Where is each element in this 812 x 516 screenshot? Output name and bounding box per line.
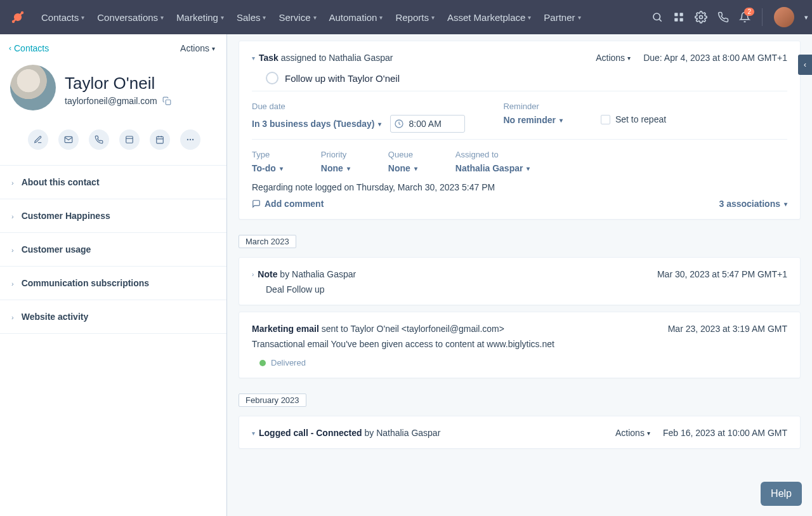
hubspot-logo-icon[interactable] (9, 8, 27, 26)
contact-actions-button[interactable]: Actions ▾ (180, 43, 215, 53)
reminder-select[interactable]: No reminder▾ (503, 115, 562, 125)
chevron-right-icon: › (11, 314, 14, 321)
assigned-label: Assigned to (455, 150, 530, 159)
contact-email: taylorfoneil@gmail.com (65, 96, 157, 106)
contact-avatar[interactable] (10, 65, 56, 110)
nav-asset-marketplace[interactable]: Asset Marketplace▾ (442, 8, 537, 27)
chevron-left-icon: ‹ (804, 60, 806, 69)
chevron-down-icon: ▾ (627, 55, 631, 62)
drawer-toggle[interactable]: ‹ (798, 55, 812, 75)
nav-conversations[interactable]: Conversations▾ (91, 8, 169, 27)
chevron-down-icon: ▾ (221, 14, 224, 21)
account-menu-chevron-icon[interactable]: ▾ (804, 13, 808, 22)
accordion-about[interactable]: › About this contact (0, 166, 226, 199)
queue-select[interactable]: None▾ (388, 163, 417, 173)
call-header: Logged call - Connected by Nathalia Gasp… (259, 428, 612, 438)
timeline-panel[interactable]: ▾ Task assigned to Nathalia Gaspar Actio… (227, 34, 812, 516)
search-icon[interactable] (652, 11, 663, 23)
compose-note-icon[interactable] (28, 129, 48, 150)
top-nav-right: 2 ▾ (652, 7, 808, 27)
accordion-communication[interactable]: › Communication subscriptions (0, 267, 226, 300)
assigned-select[interactable]: Nathalia Gaspar▾ (455, 163, 530, 173)
task-card: ▾ Task assigned to Nathalia Gaspar Actio… (239, 41, 801, 220)
nav-contacts[interactable]: Contacts▾ (36, 8, 90, 27)
task-header: Task assigned to Nathalia Gaspar (259, 53, 592, 63)
chevron-down-icon: ▾ (647, 430, 650, 437)
logged-call-card: ▾ Logged call - Connected by Nathalia Ga… (239, 416, 801, 449)
contact-accordion: › About this contact › Customer Happines… (0, 165, 226, 334)
copy-email-icon[interactable] (162, 96, 171, 105)
svg-rect-6 (674, 13, 678, 16)
nav-marketing[interactable]: Marketing▾ (171, 8, 230, 27)
make-call-icon[interactable] (89, 129, 109, 150)
task-title: Follow up with Taylor O'neil (285, 73, 400, 84)
svg-line-5 (659, 19, 661, 21)
accordion-usage[interactable]: › Customer usage (0, 233, 226, 267)
collapse-icon[interactable]: ▾ (252, 55, 255, 62)
task-due-heading: Due: Apr 4, 2023 at 8:00 AM GMT+1 (643, 53, 787, 63)
help-button[interactable]: Help (761, 482, 802, 506)
expand-icon[interactable]: › (252, 271, 254, 278)
chevron-down-icon: ▾ (263, 14, 266, 21)
chevron-right-icon: › (11, 213, 14, 220)
svg-point-16 (190, 139, 191, 140)
nav-sales[interactable]: Sales▾ (231, 8, 272, 27)
divider (252, 139, 787, 140)
priority-select[interactable]: None▾ (321, 163, 350, 173)
chevron-down-icon: ▾ (578, 14, 581, 21)
marketplace-icon[interactable] (673, 11, 684, 23)
chevron-down-icon: ▾ (81, 14, 84, 21)
due-date-label: Due date (252, 102, 465, 111)
send-email-icon[interactable] (58, 129, 79, 150)
notification-count: 2 (744, 8, 754, 16)
nav-separator (762, 8, 763, 26)
log-activity-icon[interactable] (119, 129, 140, 150)
note-header: Note by Nathalia Gaspar (258, 269, 645, 279)
accordion-happiness[interactable]: › Customer Happiness (0, 199, 226, 233)
left-panel: ‹ Contacts Actions ▾ Taylor O'neil taylo… (0, 34, 227, 516)
call-actions-button[interactable]: Actions ▾ (615, 428, 650, 438)
user-avatar[interactable] (774, 7, 794, 27)
more-actions-icon[interactable] (180, 129, 200, 150)
chevron-down-icon: ▾ (212, 45, 215, 52)
create-task-icon[interactable] (150, 129, 170, 150)
chevron-right-icon: › (11, 246, 14, 254)
associations-button[interactable]: 3 associations▾ (719, 199, 788, 209)
repeat-label: Set to repeat (615, 114, 666, 124)
delivered-status-icon (259, 360, 266, 366)
type-select[interactable]: To-do▾ (252, 163, 283, 173)
chevron-down-icon: ▾ (560, 117, 563, 124)
add-comment-button[interactable]: Add comment (252, 199, 324, 209)
back-contacts-link[interactable]: ‹ Contacts (9, 43, 49, 53)
month-march: March 2023 (239, 235, 296, 248)
chevron-down-icon: ▾ (784, 201, 787, 208)
accordion-website-activity[interactable]: › Website activity (0, 300, 226, 334)
chevron-down-icon: ▾ (280, 165, 283, 172)
nav-reports[interactable]: Reports▾ (390, 8, 440, 27)
chevron-down-icon: ▾ (378, 121, 381, 128)
marketing-email-card: Marketing email sent to Taylor O'neil <t… (239, 312, 801, 378)
svg-point-15 (187, 139, 188, 140)
nav-partner[interactable]: Partner▾ (538, 8, 586, 27)
settings-icon[interactable] (695, 11, 707, 23)
repeat-checkbox[interactable] (601, 115, 610, 124)
svg-rect-11 (166, 100, 171, 105)
svg-rect-7 (680, 13, 683, 16)
nav-automation[interactable]: Automation▾ (324, 8, 389, 27)
note-date: Mar 30, 2023 at 5:47 PM GMT+1 (657, 269, 787, 279)
phone-icon[interactable] (717, 11, 729, 23)
email-header: Marketing email sent to Taylor O'neil <t… (252, 324, 655, 334)
nav-service[interactable]: Service▾ (273, 8, 322, 27)
chevron-down-icon: ▾ (414, 165, 417, 172)
type-label: Type (252, 150, 283, 159)
task-actions-button[interactable]: Actions ▾ (596, 53, 631, 63)
due-date-select[interactable]: In 3 business days (Tuesday)▾ (252, 119, 381, 129)
top-nav: Contacts▾ Conversations▾ Marketing▾ Sale… (0, 0, 812, 34)
divider (252, 91, 787, 91)
delivered-label: Delivered (271, 358, 306, 367)
notifications-icon[interactable]: 2 (739, 11, 750, 23)
chevron-right-icon: › (11, 280, 14, 288)
chevron-down-icon: ▾ (528, 14, 531, 21)
collapse-icon[interactable]: ▾ (252, 430, 255, 437)
task-complete-checkbox[interactable] (266, 72, 278, 84)
